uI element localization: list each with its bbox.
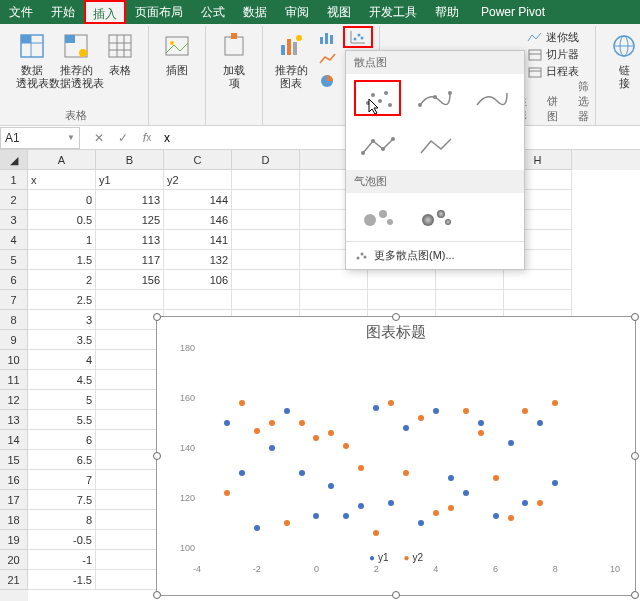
cell[interactable]: y2	[164, 170, 232, 190]
cell[interactable]: -1	[28, 550, 96, 570]
recommended-pivot-button[interactable]: 推荐的 数据透视表	[54, 26, 98, 94]
cell[interactable]: 4.5	[28, 370, 96, 390]
cell[interactable]	[300, 290, 368, 310]
row-header[interactable]: 19	[0, 530, 28, 550]
row-header[interactable]: 17	[0, 490, 28, 510]
resize-handle[interactable]	[392, 591, 400, 599]
cell[interactable]	[96, 570, 164, 590]
embedded-chart[interactable]: 图表标题 100120140160180 -4-20246810 y1 y2	[156, 316, 636, 596]
resize-handle[interactable]	[631, 591, 639, 599]
cell[interactable]	[232, 270, 300, 290]
pie-chart-button[interactable]	[313, 70, 343, 92]
cell[interactable]	[504, 290, 572, 310]
cell[interactable]: 1.5	[28, 250, 96, 270]
row-header[interactable]: 20	[0, 550, 28, 570]
cell[interactable]: 141	[164, 230, 232, 250]
row-header[interactable]: 16	[0, 470, 28, 490]
recommended-charts-button[interactable]: 推荐的 图表	[269, 26, 313, 94]
tab-data[interactable]: 数据	[234, 0, 276, 24]
cell[interactable]: 0	[28, 190, 96, 210]
cell[interactable]	[232, 190, 300, 210]
col-header[interactable]: C	[164, 150, 232, 170]
cell[interactable]	[96, 490, 164, 510]
cell[interactable]	[436, 270, 504, 290]
cell[interactable]: 0.5	[28, 210, 96, 230]
addins-button[interactable]: 加载 项	[212, 26, 256, 94]
cell[interactable]: 2.5	[28, 290, 96, 310]
tab-home[interactable]: 开始	[42, 0, 84, 24]
scatter-plain-option[interactable]	[354, 80, 401, 116]
cell[interactable]: 2	[28, 270, 96, 290]
scatter-lines-option[interactable]	[354, 128, 402, 164]
cell[interactable]	[96, 290, 164, 310]
row-header[interactable]: 7	[0, 290, 28, 310]
row-header[interactable]: 2	[0, 190, 28, 210]
fx-button[interactable]: fx	[136, 128, 158, 148]
tab-layout[interactable]: 页面布局	[126, 0, 192, 24]
chart-title[interactable]: 图表标题	[157, 317, 635, 348]
slicer-button[interactable]: 切片器	[527, 47, 579, 62]
row-header[interactable]: 10	[0, 350, 28, 370]
col-header[interactable]: B	[96, 150, 164, 170]
name-box[interactable]: A1▼	[0, 127, 80, 149]
link-button[interactable]: 链 接	[602, 26, 640, 94]
cell[interactable]	[96, 510, 164, 530]
cell[interactable]: 117	[96, 250, 164, 270]
cell[interactable]: -1.5	[28, 570, 96, 590]
resize-handle[interactable]	[392, 313, 400, 321]
cell[interactable]	[368, 290, 436, 310]
cell[interactable]	[232, 250, 300, 270]
cell[interactable]	[300, 270, 368, 290]
row-header[interactable]: 15	[0, 450, 28, 470]
tab-help[interactable]: 帮助	[426, 0, 468, 24]
row-header[interactable]: 14	[0, 430, 28, 450]
cell[interactable]: 3.5	[28, 330, 96, 350]
sparkline-button[interactable]: 迷你线	[527, 30, 579, 45]
cell[interactable]: 7	[28, 470, 96, 490]
cell[interactable]: 113	[96, 230, 164, 250]
row-header[interactable]: 3	[0, 210, 28, 230]
cell[interactable]: 5	[28, 390, 96, 410]
cell[interactable]: 106	[164, 270, 232, 290]
scatter-smooth-option[interactable]	[411, 80, 458, 116]
cell[interactable]	[436, 290, 504, 310]
cell[interactable]: 4	[28, 350, 96, 370]
cell[interactable]: 8	[28, 510, 96, 530]
table-button[interactable]: 表格	[98, 26, 142, 94]
formula-bar[interactable]	[160, 131, 360, 145]
cell[interactable]: 3	[28, 310, 96, 330]
tab-dev[interactable]: 开发工具	[360, 0, 426, 24]
cell[interactable]	[96, 470, 164, 490]
scatter-chart-button[interactable]: 散点图	[343, 26, 373, 48]
cell[interactable]	[96, 430, 164, 450]
cell[interactable]	[96, 350, 164, 370]
resize-handle[interactable]	[631, 313, 639, 321]
pictures-button[interactable]: 插图	[155, 26, 199, 81]
cell[interactable]	[96, 530, 164, 550]
enter-formula-button[interactable]: ✓	[112, 128, 134, 148]
cell[interactable]: 5.5	[28, 410, 96, 430]
chart-legend[interactable]: y1 y2	[157, 548, 635, 567]
cell[interactable]: 7.5	[28, 490, 96, 510]
resize-handle[interactable]	[153, 591, 161, 599]
cell[interactable]: y1	[96, 170, 164, 190]
tab-powerpivot[interactable]: Power Pivot	[472, 0, 554, 24]
tab-file[interactable]: 文件	[0, 0, 42, 24]
tab-formula[interactable]: 公式	[192, 0, 234, 24]
tab-insert[interactable]: 插入	[84, 0, 126, 24]
resize-handle[interactable]	[153, 452, 161, 460]
cell[interactable]: x	[28, 170, 96, 190]
row-header[interactable]: 6	[0, 270, 28, 290]
col-header[interactable]: A	[28, 150, 96, 170]
column-chart-button[interactable]	[313, 26, 343, 48]
col-header[interactable]: D	[232, 150, 300, 170]
scatter-smooth-nomarker-option[interactable]	[469, 80, 516, 116]
cell[interactable]	[96, 330, 164, 350]
more-scatter-option[interactable]: 更多散点图(M)...	[346, 241, 524, 269]
resize-handle[interactable]	[153, 313, 161, 321]
cell[interactable]	[96, 390, 164, 410]
row-header[interactable]: 13	[0, 410, 28, 430]
row-header[interactable]: 12	[0, 390, 28, 410]
cell[interactable]: 113	[96, 190, 164, 210]
bubble-option[interactable]	[354, 199, 402, 235]
